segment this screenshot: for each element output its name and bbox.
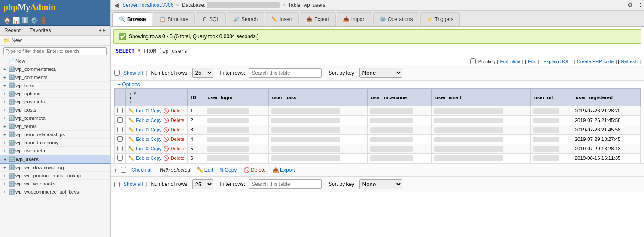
sidebar-item-wp_terms[interactable]: + 🔠 wp_terms xyxy=(0,122,110,131)
th-user_registered[interactable]: user_registered xyxy=(572,89,640,106)
bottom-show-all-checkbox[interactable] xyxy=(114,182,120,187)
tab-insert[interactable]: ✏️ Insert xyxy=(265,12,299,26)
sidebar-item-wp_wc_product_meta_lookup[interactable]: + 🔠 wp_wc_product_meta_lookup xyxy=(0,172,110,180)
th-user_url[interactable]: user_url xyxy=(530,89,572,106)
bulk-edit-button[interactable]: ✏️ Edit xyxy=(195,166,215,174)
sidebar-item-wp_termmeta[interactable]: + 🔠 wp_termmeta xyxy=(0,114,110,122)
row-delete-button[interactable]: Delete xyxy=(171,127,185,132)
bottom-show-all-button[interactable]: Show all xyxy=(123,181,143,187)
settings-icon[interactable]: ⚙️ xyxy=(30,17,38,24)
sidebar-item-wp_term_relationships[interactable]: + 🔠 wp_term_relationships xyxy=(0,131,110,139)
table-icon: 🔠 xyxy=(9,189,15,195)
tab-export[interactable]: 📤 Export xyxy=(300,12,336,26)
settings-gear-icon[interactable]: ⚙ xyxy=(627,2,633,9)
row-delete-button[interactable]: Delete xyxy=(171,137,185,142)
scroll-up-icon[interactable]: ↑ xyxy=(114,167,117,173)
row-copy-button[interactable]: Copy xyxy=(151,127,162,132)
tab-structure[interactable]: 📋 Structure xyxy=(153,12,195,26)
bulk-delete-button[interactable]: 🚫 Delete xyxy=(242,166,267,174)
filter-icon[interactable]: ▼ xyxy=(133,91,137,96)
show-all-checkbox[interactable] xyxy=(114,70,120,76)
show-all-button[interactable]: Show all xyxy=(123,70,143,76)
th-id[interactable]: ID xyxy=(188,89,204,106)
sidebar-item-wp_usermeta[interactable]: + 🔠 wp_usermeta xyxy=(0,147,110,155)
row-copy-button[interactable]: Copy xyxy=(151,137,162,142)
home-icon[interactable]: 🏠 xyxy=(3,17,11,24)
sidebar-item-wp_comments[interactable]: + 🔠 wp_comments xyxy=(0,73,110,82)
sidebar-new-button[interactable]: 📁 New xyxy=(0,36,110,46)
bottom-filter-input[interactable] xyxy=(249,179,322,189)
sidebar-item-wp_posts[interactable]: + 🔠 wp_posts xyxy=(0,106,110,114)
check-all-button[interactable]: Check all xyxy=(131,167,152,173)
sort-by-key-select[interactable]: None PRIMARY xyxy=(359,68,402,78)
tab-search[interactable]: 🔎 Search xyxy=(227,12,264,26)
row-checkbox[interactable] xyxy=(117,108,123,113)
info-icon[interactable]: ℹ️ xyxy=(21,17,29,24)
filter-rows-input[interactable] xyxy=(249,68,322,78)
bulk-export-button[interactable]: 📤 Export xyxy=(271,166,297,174)
row-delete-button[interactable]: Delete xyxy=(171,118,185,123)
sidebar-item-wp_term_taxonomy[interactable]: + 🔠 wp_term_taxonomy xyxy=(0,139,110,147)
edit-inline-link[interactable]: Edit inline xyxy=(500,59,520,64)
sidebar-tab-favorites[interactable]: Favorites xyxy=(25,26,55,35)
row-copy-button[interactable]: Copy xyxy=(151,108,162,113)
explain-sql-link[interactable]: Explain SQL xyxy=(544,59,570,64)
row-id: 1 xyxy=(188,106,204,115)
bottom-num-rows-select[interactable]: 25 50 100 xyxy=(192,179,213,189)
sidebar-item-wp_wc_download_log[interactable]: + 🔠 wp_wc_download_log xyxy=(0,164,110,172)
sidebar-item-wp_postmeta[interactable]: + 🔠 wp_postmeta xyxy=(0,98,110,106)
row-edit-button[interactable]: Edit xyxy=(136,127,144,132)
row-edit-button[interactable]: Edit xyxy=(136,146,144,151)
row-edit-button[interactable]: Edit xyxy=(136,118,144,123)
row-copy-button[interactable]: Copy xyxy=(151,146,162,151)
th-user_pass[interactable]: user_pass xyxy=(268,89,367,106)
row-edit-button[interactable]: Edit xyxy=(136,155,144,161)
row-checkbox[interactable] xyxy=(117,127,123,132)
sidebar-collapse-btn[interactable]: ◄► xyxy=(94,26,110,35)
options-link[interactable]: + Options xyxy=(114,80,143,89)
create-php-link[interactable]: Create PHP code xyxy=(577,59,614,64)
sidebar-item-wp_links[interactable]: + 🔠 wp_links xyxy=(0,82,110,90)
th-user_login[interactable]: user_login xyxy=(204,89,268,106)
row-copy-button[interactable]: Copy xyxy=(151,155,162,161)
breadcrumb-database-value[interactable]: ████████████████████ xyxy=(207,2,280,8)
sidebar-item-new[interactable]: 📄 New xyxy=(0,57,110,65)
tab-import[interactable]: 📥 Import xyxy=(337,12,372,26)
row-checkbox[interactable] xyxy=(117,136,123,142)
tab-browse[interactable]: 🔍 Browse xyxy=(112,12,152,26)
th-user_nicename[interactable]: user_nicename xyxy=(367,89,431,106)
profiling-checkbox[interactable] xyxy=(470,58,476,64)
sidebar-item-wp_woocommerce_api_keys[interactable]: + 🔠 wp_woocommerce_api_keys xyxy=(0,188,110,196)
sidebar-item-wp_options[interactable]: + 🔠 wp_options xyxy=(0,90,110,98)
sidebar-item-wp_commentmeta[interactable]: + 🔠 wp_commentmeta xyxy=(0,65,110,73)
bulk-copy-button[interactable]: ⧉ Copy xyxy=(218,166,238,174)
sidebar-tab-recent[interactable]: Recent xyxy=(0,26,25,35)
row-delete-button[interactable]: Delete xyxy=(171,155,185,161)
row-checkbox[interactable] xyxy=(117,117,123,123)
row-copy-button[interactable]: Copy xyxy=(151,118,162,123)
refresh-link[interactable]: Refresh xyxy=(621,59,638,64)
row-edit-button[interactable]: Edit xyxy=(136,137,144,142)
sidebar-item-wp_users[interactable]: + 🔠 wp_users xyxy=(0,155,110,164)
tab-sql[interactable]: 🗒 SQL xyxy=(196,12,226,26)
db-icon[interactable]: 📊 xyxy=(12,17,20,24)
back-button[interactable]: ◀ xyxy=(114,2,119,9)
row-edit-button[interactable]: Edit xyxy=(136,108,144,113)
row-checkbox[interactable] xyxy=(117,155,123,161)
sidebar-item-wp_wc_webhooks[interactable]: + 🔠 wp_wc_webhooks xyxy=(0,180,110,188)
tab-operations[interactable]: ⚙️ Operations xyxy=(373,12,419,26)
sidebar-filter-input[interactable] xyxy=(3,47,107,55)
tab-triggers[interactable]: ⚡ Triggers xyxy=(420,12,460,26)
bottom-sort-select[interactable]: None PRIMARY xyxy=(359,179,402,189)
row-delete-button[interactable]: Delete xyxy=(171,146,185,151)
num-rows-select[interactable]: 25 50 100 250 500 xyxy=(192,68,213,78)
check-all-checkbox[interactable] xyxy=(121,167,126,173)
th-user_email[interactable]: user_email xyxy=(431,89,530,106)
sort-arrows[interactable]: ↑T↓ xyxy=(129,92,131,104)
maximize-icon[interactable]: ⛶ xyxy=(635,2,641,8)
row-delete-button[interactable]: Delete xyxy=(171,108,185,113)
edit-link[interactable]: Edit xyxy=(528,59,536,64)
exit-icon[interactable]: 🚪 xyxy=(39,17,47,24)
breadcrumb-server[interactable]: Server: localhost:3306 xyxy=(122,2,173,8)
row-checkbox[interactable] xyxy=(117,146,123,151)
